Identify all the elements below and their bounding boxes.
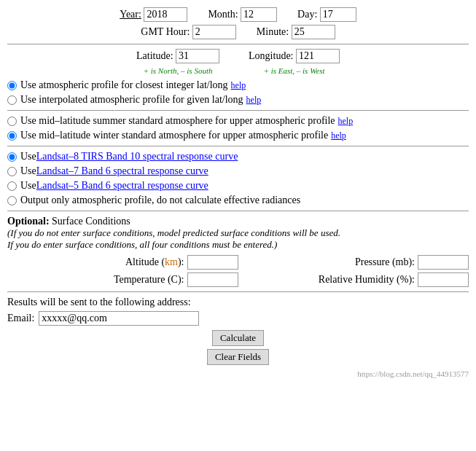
- spectral-option2-row: Use Landsat–7 Band 6 spectral response c…: [7, 165, 469, 177]
- date-row: Year: Month: Day:: [7, 7, 469, 22]
- spectral-option2-prefix: Use: [20, 165, 36, 177]
- upper-atm-option1-row: Use mid–latitude summer standard atmosph…: [7, 115, 469, 127]
- upper-atm-section: Use mid–latitude summer standard atmosph…: [7, 115, 469, 141]
- main-form: Year: Month: Day: GMT Hour: Minute: Lati…: [7, 7, 469, 378]
- email-label: Email:: [7, 313, 34, 324]
- spectral-radio-2[interactable]: [7, 167, 17, 176]
- day-input[interactable]: [320, 7, 356, 22]
- watermark: https://blog.csdn.net/qq_44913577: [7, 369, 469, 378]
- alt-label: Altitude (km):: [125, 256, 184, 268]
- spectral-option1-link[interactable]: Landsat–8 TIRS Band 10 spectral response…: [36, 151, 238, 162]
- atm-option2-help[interactable]: help: [246, 95, 262, 106]
- upper-atm-option1-help[interactable]: help: [338, 116, 354, 127]
- buttons-row: Calculate Clear Fields: [7, 329, 469, 366]
- year-input[interactable]: [144, 7, 187, 22]
- alt-row: Altitude (km):: [7, 255, 238, 270]
- divider-3: [7, 146, 469, 146]
- atm-option1-text: Use atmospheric profile for closest inte…: [20, 79, 228, 91]
- gmt-label: GMT Hour:: [141, 26, 190, 38]
- atm-profile-section: Use atmospheric profile for closest inte…: [7, 79, 469, 106]
- upper-atm-radio-1[interactable]: [7, 117, 17, 126]
- lon-hint: + is East, – is West: [264, 66, 325, 75]
- lon-input[interactable]: [296, 49, 340, 63]
- surface-note2: If you do enter surface conditions, all …: [7, 239, 469, 251]
- spectral-option4-row: Output only atmospheric profile, do not …: [7, 195, 469, 206]
- atm-profile-radio-2[interactable]: [7, 95, 17, 105]
- lat-label: Latitude:: [136, 50, 173, 62]
- humidity-input[interactable]: [418, 272, 469, 287]
- surface-section: Optional: Surface Conditions (If you do …: [7, 216, 469, 287]
- lat-group: Latitude: + is North, – is South: [136, 49, 219, 75]
- spectral-option3-link[interactable]: Landsat–5 Band 6 spectral response curve: [36, 180, 208, 192]
- surface-title: Optional: Surface Conditions: [7, 216, 469, 227]
- divider-5: [7, 291, 469, 292]
- upper-atm-option2-text: Use mid–latitude winter standard atmosph…: [20, 130, 328, 141]
- upper-atm-option2-row: Use mid–latitude winter standard atmosph…: [7, 130, 469, 141]
- gmt-input[interactable]: [192, 25, 236, 39]
- time-row: GMT Hour: Minute:: [7, 25, 469, 39]
- pressure-input[interactable]: [418, 255, 469, 270]
- temp-row: Temperature (C):: [7, 272, 238, 287]
- spectral-option1-prefix: Use: [20, 151, 36, 162]
- month-input[interactable]: [241, 7, 277, 22]
- atm-option1-help[interactable]: help: [231, 80, 246, 91]
- atm-option2-text: Use interpolated atmospheric profile for…: [20, 94, 243, 106]
- minute-input[interactable]: [292, 25, 335, 39]
- email-section: Results will be sent to the following ad…: [7, 297, 469, 326]
- email-input[interactable]: [39, 311, 199, 326]
- email-row: Email:: [7, 311, 469, 326]
- lat-hint: + is North, – is South: [144, 66, 213, 75]
- spectral-radio-1[interactable]: [7, 152, 17, 162]
- upper-atm-option1-text: Use mid–latitude summer standard atmosph…: [20, 115, 335, 127]
- temp-input[interactable]: [187, 272, 238, 287]
- atm-profile-radio-1[interactable]: [7, 81, 17, 90]
- lon-group: Longitude: + is East, – is West: [249, 49, 340, 75]
- pressure-label: Pressure (mb):: [355, 256, 415, 268]
- spectral-option2-link[interactable]: Landsat–7 Band 6 spectral response curve: [36, 165, 208, 177]
- surface-inputs: Altitude (km): Pressure (mb): Temperatur…: [7, 255, 469, 287]
- atm-option2-row: Use interpolated atmospheric profile for…: [7, 94, 469, 106]
- spectral-radio-3[interactable]: [7, 181, 17, 191]
- divider-2: [7, 110, 469, 111]
- humidity-label: Relative Humidity (%):: [319, 274, 415, 286]
- alt-input[interactable]: [187, 255, 238, 270]
- spectral-option3-prefix: Use: [20, 180, 36, 192]
- lat-input[interactable]: [176, 49, 219, 63]
- divider-4: [7, 211, 469, 211]
- surface-title2: Surface Conditions: [50, 216, 130, 227]
- minute-label: Minute:: [257, 26, 289, 38]
- calculate-button[interactable]: Calculate: [212, 330, 264, 346]
- upper-atm-radio-2[interactable]: [7, 131, 17, 141]
- spectral-radio-4[interactable]: [7, 196, 17, 205]
- upper-atm-option2-help[interactable]: help: [331, 130, 346, 141]
- year-label: Year:: [120, 9, 141, 20]
- surface-note1: (If you do not enter surface conditions,…: [7, 227, 469, 239]
- spectral-section: Use Landsat–8 TIRS Band 10 spectral resp…: [7, 151, 469, 206]
- optional-label: Optional:: [7, 216, 50, 227]
- day-label: Day:: [297, 9, 317, 20]
- humidity-row: Relative Humidity (%):: [238, 272, 469, 287]
- alt-unit: km: [165, 256, 178, 267]
- latlon-row: Latitude: + is North, – is South Longitu…: [7, 49, 469, 75]
- pressure-row: Pressure (mb):: [238, 255, 469, 270]
- temp-label: Temperature (C):: [114, 274, 184, 286]
- spectral-option1-row: Use Landsat–8 TIRS Band 10 spectral resp…: [7, 151, 469, 162]
- lon-label: Longitude:: [249, 50, 293, 62]
- divider-1: [7, 44, 469, 44]
- month-label: Month:: [208, 9, 238, 20]
- spectral-option3-row: Use Landsat–5 Band 6 spectral response c…: [7, 180, 469, 192]
- atm-option1-row: Use atmospheric profile for closest inte…: [7, 79, 469, 91]
- spectral-option4-text: Output only atmospheric profile, do not …: [20, 195, 300, 206]
- email-heading: Results will be sent to the following ad…: [7, 297, 469, 308]
- clear-button[interactable]: Clear Fields: [207, 349, 269, 365]
